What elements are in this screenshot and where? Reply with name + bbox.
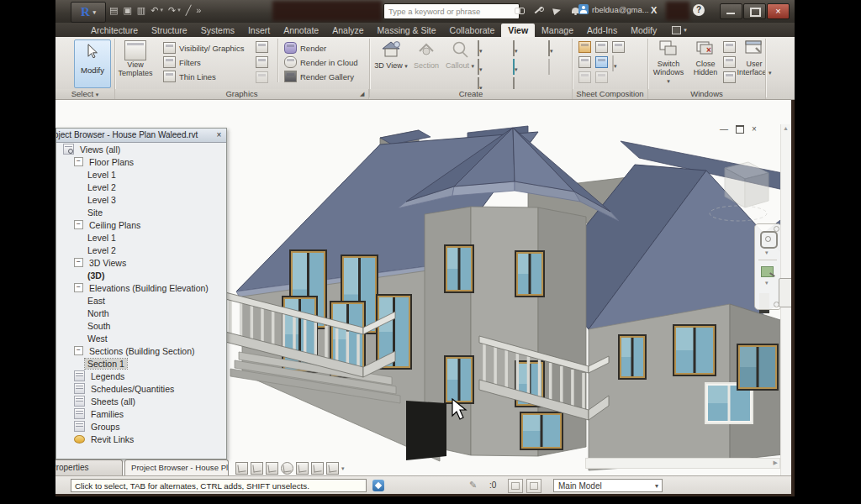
- tile-icon[interactable]: [723, 71, 736, 83]
- tab-properties[interactable]: Properties: [44, 459, 123, 475]
- editable-only-icon[interactable]: ✎: [469, 480, 477, 491]
- guide-grid-icon[interactable]: [595, 56, 608, 68]
- design-options-icon[interactable]: [526, 479, 541, 493]
- modify-button[interactable]: Modify: [74, 39, 111, 88]
- tab-manage[interactable]: Manage: [535, 24, 580, 37]
- tab-add-ins[interactable]: Add-Ins: [580, 24, 624, 37]
- tree-item-3d-views[interactable]: −3D Views: [56, 256, 226, 269]
- tree-item-floor-plans[interactable]: −Floor Plans: [56, 155, 226, 168]
- maximize-button[interactable]: [743, 3, 766, 19]
- view-templates-button[interactable]: View Templates: [118, 40, 153, 77]
- undo-icon[interactable]: ↶: [151, 4, 158, 16]
- modify-panel-chip[interactable]: ▾: [672, 26, 687, 37]
- tree-item-families[interactable]: Families: [56, 407, 226, 420]
- user-interface-button[interactable]: User Interface ▾: [737, 39, 772, 77]
- tree-item-north[interactable]: North: [56, 307, 226, 319]
- revit-app-button[interactable]: R ▾: [71, 2, 106, 23]
- cascade-icon[interactable]: [723, 56, 736, 68]
- tree-item-site[interactable]: Site: [56, 206, 226, 218]
- cut-profile-icon[interactable]: [256, 71, 268, 83]
- tab-systems[interactable]: Systems: [194, 24, 241, 37]
- chevron-down-icon[interactable]: ▾: [765, 280, 769, 286]
- save-icon[interactable]: ▣: [123, 4, 131, 16]
- horizontal-scrollbar[interactable]: ▶: [585, 458, 780, 469]
- show-hidden-icon[interactable]: [256, 56, 268, 68]
- show-rendering-dialog-icon[interactable]: [311, 462, 324, 475]
- press-drag-icon[interactable]: [372, 480, 384, 491]
- visibility-graphics-button[interactable]: Visibility/ Graphics: [163, 42, 244, 54]
- visual-style-icon[interactable]: [266, 462, 278, 475]
- 3d-view-button[interactable]: 3D View ▾: [373, 39, 409, 71]
- account-menu[interactable]: rbeldua@gma... ▾: [578, 4, 655, 14]
- steering-wheel-icon[interactable]: [760, 231, 778, 249]
- undo-menu-icon[interactable]: ▾: [160, 4, 163, 16]
- tab-analyze[interactable]: Analyze: [325, 24, 370, 37]
- close-hidden-button[interactable]: × Close Hidden: [688, 39, 723, 76]
- viewports-icon[interactable]: [595, 71, 608, 83]
- view-close-icon[interactable]: ×: [752, 124, 757, 134]
- thin-lines-button[interactable]: Thin Lines: [163, 71, 216, 82]
- tree-item-south[interactable]: South: [56, 319, 226, 332]
- tab-insert[interactable]: Insert: [241, 24, 277, 37]
- tab-collaborate[interactable]: Collaborate: [443, 24, 502, 37]
- view-restore-icon[interactable]: [736, 125, 744, 134]
- collapse-icon[interactable]: −: [74, 258, 83, 267]
- tree-item-level-3[interactable]: Level 3: [56, 193, 226, 206]
- tab-massing-site[interactable]: Massing & Site: [371, 24, 443, 37]
- tab-project-browser[interactable]: Project Browser - House Plan Wa...: [124, 459, 229, 475]
- plan-views-icon[interactable]: [478, 40, 479, 56]
- close-button[interactable]: ×: [767, 3, 790, 19]
- keynote-legend-icon[interactable]: [548, 59, 550, 75]
- worksharing-icon[interactable]: [508, 479, 523, 493]
- open-icon[interactable]: ▤: [109, 4, 118, 16]
- collapse-icon[interactable]: −: [74, 220, 83, 229]
- detail-level-icon[interactable]: [251, 462, 263, 475]
- render-in-cloud-button[interactable]: Render in Cloud: [284, 56, 358, 68]
- active-workset-select[interactable]: Main Model ▾: [553, 479, 663, 492]
- render-button[interactable]: Render: [284, 42, 326, 54]
- render-gallery-button[interactable]: Render Gallery: [284, 71, 354, 82]
- dialog-launcher-icon[interactable]: ◢: [360, 91, 364, 97]
- shadows-icon[interactable]: [296, 462, 309, 475]
- chevron-down-icon[interactable]: ▾: [765, 249, 769, 256]
- tree-item-east[interactable]: East: [56, 294, 226, 307]
- tab-view[interactable]: View: [501, 24, 535, 37]
- redo-icon[interactable]: ↷: [168, 4, 176, 16]
- revisions-icon[interactable]: [612, 41, 625, 53]
- replicate-icon[interactable]: [723, 41, 736, 53]
- tree-item--3d-[interactable]: (3D): [56, 269, 226, 281]
- insert-views-icon[interactable]: [612, 55, 614, 71]
- collapse-icon[interactable]: −: [74, 346, 83, 355]
- callout-button[interactable]: Callout ▾: [442, 39, 478, 71]
- title-block-icon[interactable]: [578, 56, 591, 68]
- tree-item-sheets-all-[interactable]: Sheets (all): [56, 395, 226, 407]
- exchange-apps-icon[interactable]: X: [651, 5, 657, 15]
- legends-icon[interactable]: [548, 40, 550, 56]
- crop-view-icon[interactable]: [326, 462, 339, 475]
- collapse-icon[interactable]: −: [74, 157, 83, 166]
- help-icon[interactable]: ?: [693, 4, 705, 16]
- tree-item-level-2[interactable]: Level 2: [56, 181, 226, 193]
- scroll-right-icon[interactable]: ▶: [774, 459, 778, 466]
- filters-button[interactable]: Filters: [163, 56, 201, 68]
- project-browser-titlebar[interactable]: Project Browser - House Plan Waleed.rvt …: [56, 129, 226, 143]
- switch-windows-button[interactable]: Switch Windows ▾: [651, 39, 686, 86]
- section-button[interactable]: Section: [409, 39, 444, 70]
- collapse-icon[interactable]: −: [74, 283, 83, 292]
- close-icon[interactable]: ×: [214, 129, 224, 140]
- tree-item-revit-links[interactable]: Revit Links: [56, 433, 226, 445]
- measure-icon[interactable]: ╱: [186, 4, 192, 16]
- tree-item-west[interactable]: West: [56, 332, 226, 344]
- wrench-icon[interactable]: [533, 5, 544, 16]
- matchline-icon[interactable]: [578, 71, 591, 83]
- tab-architecture[interactable]: Architecture: [84, 24, 145, 37]
- show-graphics-icon[interactable]: [256, 41, 268, 53]
- tree-item-sections-building-section-[interactable]: −Sections (Building Section): [56, 344, 226, 357]
- sun-path-icon[interactable]: [281, 462, 293, 475]
- tree-item-level-1[interactable]: Level 1: [56, 231, 226, 244]
- scroll-up-icon[interactable]: ▲: [781, 125, 790, 131]
- new-sheet-icon[interactable]: [578, 41, 591, 53]
- vertical-scrollbar-handle[interactable]: [779, 278, 791, 307]
- drafting-view-icon[interactable]: [513, 40, 515, 56]
- print-icon[interactable]: ▥: [137, 4, 145, 16]
